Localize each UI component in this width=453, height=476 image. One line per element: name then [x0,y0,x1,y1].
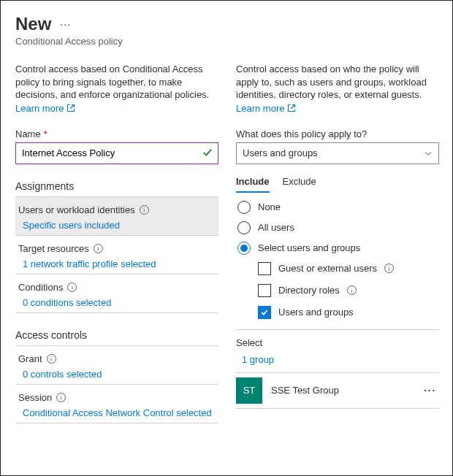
external-link-icon [66,104,75,112]
radio-icon [237,242,251,255]
grant-value[interactable]: 0 controls selected [18,369,214,380]
check-directory-roles[interactable]: Directory roles i [258,284,439,297]
target-resources-value[interactable]: 1 network traffic profile selected [18,258,214,269]
users-workload-value[interactable]: Specific users included [18,220,214,231]
learn-more-label: Learn more [15,103,64,114]
divider [236,329,439,330]
radio-none-label: None [258,201,281,212]
info-icon[interactable]: i [384,264,394,273]
learn-more-label: Learn more [236,103,284,114]
target-resources-row[interactable]: Target resources i 1 network traffic pro… [15,236,218,274]
overflow-menu-icon[interactable]: ··· [60,18,71,30]
info-icon[interactable]: i [67,283,77,292]
grant-row[interactable]: Grant i 0 controls selected [15,346,218,384]
check-users-groups[interactable]: Users and groups [258,306,439,319]
radio-none[interactable]: None [237,201,439,214]
learn-more-link-left[interactable]: Learn more [15,103,75,114]
users-workload-row[interactable]: Users or workload identities i Specific … [15,197,218,235]
page-subtitle: Conditional Access policy [15,36,439,47]
conditions-value[interactable]: 0 conditions selected [18,297,214,308]
radio-select-users[interactable]: Select users and groups [237,242,439,255]
checkbox-icon [258,284,271,297]
checkbox-icon [258,262,271,275]
tab-exclude[interactable]: Exclude [283,173,316,193]
info-icon[interactable]: i [94,244,103,253]
conditions-row[interactable]: Conditions i 0 conditions selected [15,275,218,312]
target-resources-label: Target resources [18,243,89,254]
info-icon[interactable]: i [47,354,56,364]
access-controls-heading: Access controls [15,329,218,341]
conditions-label: Conditions [18,282,63,293]
assignments-heading: Assignments [15,180,218,192]
radio-all-users[interactable]: All users [237,221,439,234]
divider [15,312,218,313]
session-value[interactable]: Conditional Access Network Control selec… [18,407,214,418]
external-link-icon [287,104,296,112]
checkbox-icon [258,306,271,319]
name-field-label: Name* [15,128,218,139]
validation-check-icon [202,147,213,158]
right-panel: Control access based on who the policy w… [236,63,439,423]
grant-label: Grant [18,353,42,364]
radio-select-label: Select users and groups [258,242,360,253]
learn-more-link-right[interactable]: Learn more [236,103,296,114]
info-icon[interactable]: i [347,285,357,295]
select-groups-link[interactable]: 1 group [242,354,439,365]
check-guest-external[interactable]: Guest or external users i [258,262,439,275]
radio-all-label: All users [258,222,294,233]
group-more-icon[interactable]: ··· [421,385,439,396]
tab-include[interactable]: Include [236,173,270,193]
check-users-label: Users and groups [278,307,354,318]
left-description: Control access based on Conditional Acce… [15,63,218,101]
selected-group-row[interactable]: ST SSE Test Group ··· [236,373,439,408]
select-heading: Select [236,337,439,348]
users-workload-label: Users or workload identities [18,204,135,215]
divider [15,423,218,423]
info-icon[interactable]: i [56,393,66,402]
info-icon[interactable]: i [140,205,149,215]
chevron-down-icon [424,149,433,158]
page-title: New [15,14,51,34]
apply-to-select[interactable]: Users and groups [236,142,439,164]
left-panel: Control access based on Conditional Acce… [15,63,218,423]
radio-icon [237,221,251,234]
radio-icon [237,201,251,214]
policy-name-input[interactable] [15,142,218,164]
apply-to-value: Users and groups [243,147,318,158]
session-label: Session [18,392,52,403]
include-exclude-tabs: Include Exclude [236,173,439,193]
apply-to-label: What does this policy apply to? [236,128,439,139]
check-roles-label: Directory roles [278,285,340,296]
right-description: Control access based on who the policy w… [236,63,439,101]
group-name: SSE Test Group [271,385,412,396]
divider [236,408,439,409]
check-guest-label: Guest or external users [278,263,377,274]
session-row[interactable]: Session i Conditional Access Network Con… [15,385,218,423]
group-avatar: ST [236,377,262,404]
